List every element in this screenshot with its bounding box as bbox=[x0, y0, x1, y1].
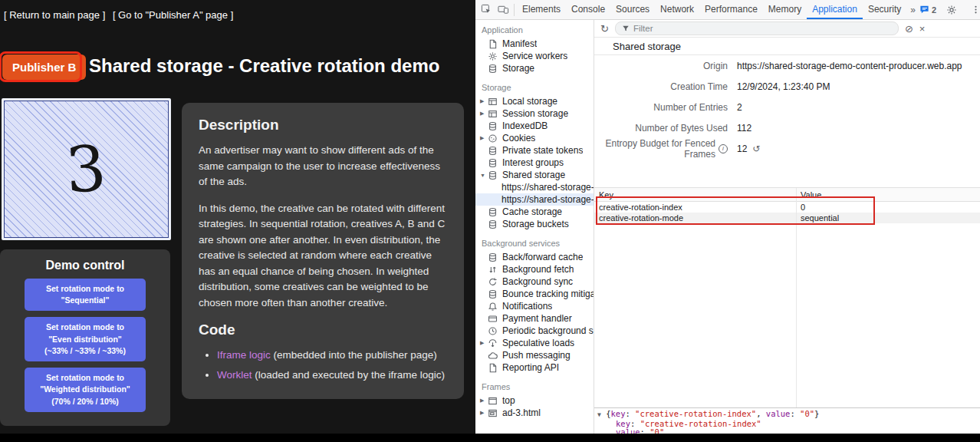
filter-input[interactable]: Filter bbox=[615, 21, 899, 35]
sidebar-item-push-messaging[interactable]: Push messaging bbox=[475, 349, 594, 361]
creative-ad-frame: 3 bbox=[2, 98, 171, 240]
sidebar-item-private-state-tokens[interactable]: Private state tokens bbox=[475, 144, 594, 157]
sidebar-item-https-shared-storage-d[interactable]: https://shared-storage-d… bbox=[475, 193, 594, 206]
expand-arrow-icon[interactable]: ▶ bbox=[480, 110, 488, 117]
publisher-b-button[interactable]: Publisher B bbox=[2, 54, 86, 80]
preview-token: { bbox=[601, 409, 611, 418]
meta-value: 112 bbox=[737, 123, 751, 134]
database-icon bbox=[488, 207, 498, 217]
expand-arrow-icon[interactable]: ▶ bbox=[480, 135, 488, 141]
sidebar-item-back-forward-cache[interactable]: Back/forward cache bbox=[475, 251, 594, 263]
description-panel: Description An advertiser may want to sh… bbox=[182, 103, 464, 399]
sidebar-item-cache-storage[interactable]: Cache storage bbox=[475, 206, 594, 218]
table-row-creative-rotation-mode[interactable]: creative-rotation-modesequential bbox=[594, 213, 980, 223]
sidebar-item-payment-handler[interactable]: Payment handler bbox=[475, 312, 594, 325]
rotation-even-distribution-button[interactable]: Set rotation mode to "Even distribution"… bbox=[25, 317, 146, 361]
code-item-text: (loaded and executed by the iframe logic… bbox=[252, 369, 445, 381]
issues-counter[interactable]: 2 bbox=[919, 5, 936, 15]
sidebar-item-session-storage[interactable]: ▶Session storage bbox=[475, 107, 594, 120]
sidebar-section-title: Application bbox=[475, 21, 594, 38]
go-to-publisher-a-link[interactable]: [ Go to "Publisher A" page ] bbox=[113, 9, 233, 21]
sidebar-item-label: Service workers bbox=[502, 51, 567, 61]
card-icon bbox=[488, 314, 498, 324]
meta-row-entropy-budget-for-fenced-frames: Entropy Budget for Fenced Framesi12↺ bbox=[594, 138, 980, 159]
column-header-key[interactable]: Key bbox=[594, 190, 796, 200]
tab-security[interactable]: Security bbox=[863, 0, 906, 19]
tab-elements[interactable]: Elements bbox=[517, 0, 566, 19]
sidebar-item-interest-groups[interactable]: Interest groups bbox=[475, 157, 594, 169]
sidebar-item-label: Interest groups bbox=[502, 157, 564, 168]
more-tabs-icon[interactable]: » bbox=[906, 5, 919, 15]
cloud-icon bbox=[488, 351, 498, 361]
sidebar-item-local-storage[interactable]: ▶Local storage bbox=[475, 95, 594, 107]
sidebar-item-label: https://shared-storage-d… bbox=[502, 182, 594, 193]
devtools-tabbar: ElementsConsoleSourcesNetworkPerformance… bbox=[475, 0, 980, 20]
inspect-element-icon[interactable] bbox=[478, 2, 495, 18]
preview-token: : bbox=[640, 427, 650, 434]
kebab-menu-icon[interactable] bbox=[967, 2, 980, 18]
sidebar-item-indexeddb[interactable]: IndexedDB bbox=[475, 120, 594, 132]
sidebar-item-label: Private state tokens bbox=[502, 145, 583, 156]
worklet-link[interactable]: Worklet bbox=[217, 369, 252, 381]
entry-preview-pane: ▼ {key: "creative-rotation-index", value… bbox=[594, 407, 980, 434]
rotation-sequential-button[interactable]: Set rotation mode to "Sequential" bbox=[25, 279, 146, 311]
sidebar-item-storage-buckets[interactable]: Storage buckets bbox=[475, 218, 594, 230]
sidebar-item-top[interactable]: ▶top bbox=[475, 394, 594, 407]
meta-value: https://shared-storage-demo-content-prod… bbox=[737, 61, 962, 71]
expand-arrow-icon[interactable]: ▶ bbox=[480, 410, 488, 416]
sidebar-section-application: ApplicationManifestService workersStorag… bbox=[475, 21, 594, 74]
sidebar-item-notifications[interactable]: Notifications bbox=[475, 300, 594, 312]
expand-arrow-icon[interactable]: ▶ bbox=[480, 98, 488, 104]
sidebar-item-bounce-tracking-mitiga[interactable]: Bounce tracking mitiga… bbox=[475, 288, 594, 300]
tab-performance[interactable]: Performance bbox=[699, 0, 763, 19]
sidebar-item-label: https://shared-storage-d… bbox=[502, 194, 594, 205]
shared-storage-heading: Shared storage bbox=[594, 38, 980, 55]
tab-memory[interactable]: Memory bbox=[763, 0, 807, 19]
tab-network[interactable]: Network bbox=[655, 0, 699, 19]
sidebar-item-label: Periodic background s… bbox=[502, 325, 594, 336]
sidebar-item-manifest[interactable]: Manifest bbox=[475, 38, 594, 50]
close-filter-icon[interactable]: × bbox=[919, 23, 926, 35]
database-icon bbox=[488, 158, 498, 168]
return-to-main-link[interactable]: [ Return to main page ] bbox=[4, 9, 105, 21]
sidebar-item-label: Background fetch bbox=[502, 264, 574, 275]
device-toolbar-icon[interactable] bbox=[495, 2, 511, 18]
info-icon[interactable]: i bbox=[719, 144, 728, 153]
sidebar-item-reporting-api[interactable]: Reporting API bbox=[475, 361, 594, 374]
refresh-icon[interactable]: ↻ bbox=[600, 23, 609, 35]
table-header: Key Value bbox=[594, 188, 980, 202]
database-icon bbox=[488, 64, 498, 74]
rotation-weighted-distribution-button[interactable]: Set rotation mode to "Weighted distribut… bbox=[25, 368, 146, 412]
tab-console[interactable]: Console bbox=[566, 0, 610, 19]
iframe-logic-link[interactable]: Iframe logic bbox=[217, 349, 271, 361]
preview-token: : bbox=[625, 409, 635, 418]
sidebar-item-storage[interactable]: Storage bbox=[475, 62, 594, 74]
settings-gear-icon[interactable] bbox=[943, 2, 960, 18]
column-header-value[interactable]: Value bbox=[796, 190, 821, 200]
sidebar-item-periodic-background-s[interactable]: Periodic background s… bbox=[475, 325, 594, 337]
sidebar-item-service-workers[interactable]: Service workers bbox=[475, 50, 594, 62]
expand-arrow-icon[interactable]: ▶ bbox=[480, 397, 488, 404]
sidebar-item-background-sync[interactable]: Background sync bbox=[475, 275, 594, 288]
sidebar-item-label: IndexedDB bbox=[502, 120, 548, 131]
database-icon bbox=[488, 289, 498, 299]
toolbar-divider bbox=[514, 4, 515, 16]
sidebar-item-https-shared-storage-d[interactable]: https://shared-storage-d… bbox=[475, 181, 594, 193]
reset-entropy-budget-icon[interactable]: ↺ bbox=[752, 143, 760, 154]
meta-label: Creation Time bbox=[594, 81, 737, 92]
table-row-creative-rotation-index[interactable]: creative-rotation-index0 bbox=[594, 202, 980, 213]
code-list: Iframe logic (embedded into the publishe… bbox=[199, 348, 447, 383]
sidebar-item-shared-storage[interactable]: ▼Shared storage bbox=[475, 169, 594, 181]
sidebar-item-cookies[interactable]: ▶Cookies bbox=[475, 132, 594, 144]
sidebar-item-background-fetch[interactable]: Background fetch bbox=[475, 263, 594, 275]
tab-application[interactable]: Application bbox=[807, 0, 863, 19]
collapse-arrow-icon[interactable]: ▼ bbox=[480, 173, 488, 178]
sidebar-item-label: Reporting API bbox=[502, 362, 559, 373]
delete-all-icon[interactable]: ⊘ bbox=[905, 23, 913, 35]
sidebar-item-speculative-loads[interactable]: ▶Speculative loads bbox=[475, 337, 594, 349]
meta-row-creation-time: Creation Time12/9/2024, 1:23:40 PM bbox=[594, 76, 980, 97]
sidebar-item-ad-3-html[interactable]: ▶ad-3.html bbox=[475, 407, 594, 419]
tab-sources[interactable]: Sources bbox=[610, 0, 655, 19]
preview-token: key bbox=[610, 409, 625, 418]
expand-arrow-icon[interactable]: ▶ bbox=[480, 340, 488, 346]
